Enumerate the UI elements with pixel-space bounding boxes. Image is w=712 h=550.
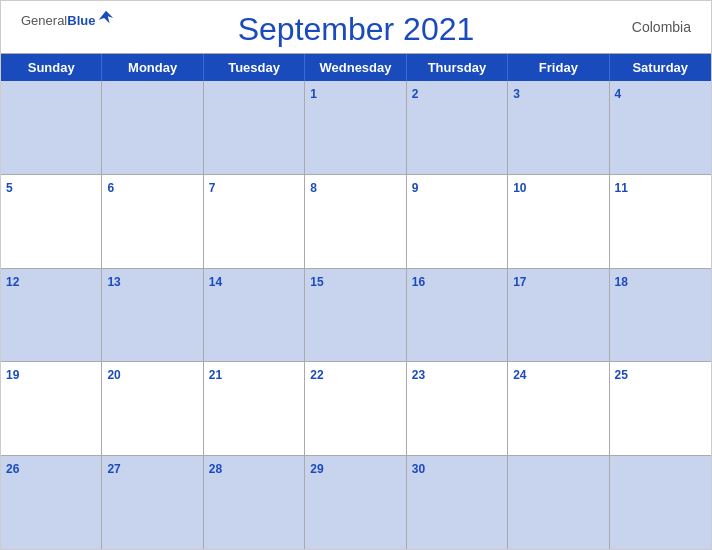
day-number: 30 [412,462,425,476]
day-cell: 29 [305,456,406,549]
week-row-4: 19202122232425 [1,361,711,455]
day-header-wednesday: Wednesday [305,54,406,81]
day-header-saturday: Saturday [610,54,711,81]
day-cell: 18 [610,269,711,362]
day-number: 15 [310,275,323,289]
day-number: 5 [6,181,13,195]
day-header-sunday: Sunday [1,54,102,81]
logo-general-text: General [21,13,67,28]
day-number: 1 [310,87,317,101]
day-cell: 9 [407,175,508,268]
day-number: 24 [513,368,526,382]
day-header-friday: Friday [508,54,609,81]
day-header-thursday: Thursday [407,54,508,81]
day-cell: 20 [102,362,203,455]
day-cell: 10 [508,175,609,268]
day-headers-row: SundayMondayTuesdayWednesdayThursdayFrid… [1,54,711,81]
day-cell: 5 [1,175,102,268]
day-cell: 8 [305,175,406,268]
day-cell: 1 [305,81,406,174]
calendar-header: General Blue September 2021 Colombia [1,1,711,53]
day-number: 18 [615,275,628,289]
day-number: 2 [412,87,419,101]
day-number: 6 [107,181,114,195]
day-header-tuesday: Tuesday [204,54,305,81]
week-row-5: 2627282930 [1,455,711,549]
day-number: 28 [209,462,222,476]
day-cell: 17 [508,269,609,362]
day-cell [610,456,711,549]
day-cell: 12 [1,269,102,362]
day-number: 19 [6,368,19,382]
day-cell: 16 [407,269,508,362]
day-number: 16 [412,275,425,289]
logo: General Blue [21,9,115,31]
day-header-monday: Monday [102,54,203,81]
logo-blue-text: Blue [67,13,95,28]
week-row-3: 12131415161718 [1,268,711,362]
day-number: 11 [615,181,628,195]
day-number: 20 [107,368,120,382]
day-cell: 11 [610,175,711,268]
day-cell: 24 [508,362,609,455]
day-cell: 4 [610,81,711,174]
logo-bird-icon [97,9,115,31]
day-number: 23 [412,368,425,382]
week-row-1: 1234 [1,81,711,174]
day-number: 13 [107,275,120,289]
day-number: 22 [310,368,323,382]
day-number: 9 [412,181,419,195]
country-label: Colombia [632,19,691,35]
day-number: 14 [209,275,222,289]
day-number: 8 [310,181,317,195]
day-cell: 26 [1,456,102,549]
day-cell [508,456,609,549]
calendar-grid: SundayMondayTuesdayWednesdayThursdayFrid… [1,53,711,549]
day-cell: 23 [407,362,508,455]
svg-marker-0 [99,11,113,24]
day-number: 17 [513,275,526,289]
day-number: 4 [615,87,622,101]
day-number: 7 [209,181,216,195]
day-cell: 30 [407,456,508,549]
day-cell: 19 [1,362,102,455]
day-cell: 22 [305,362,406,455]
month-title: September 2021 [238,11,475,48]
day-number: 21 [209,368,222,382]
day-cell: 28 [204,456,305,549]
day-number: 10 [513,181,526,195]
day-cell: 21 [204,362,305,455]
day-cell: 3 [508,81,609,174]
day-cell [204,81,305,174]
weeks-container: 1234567891011121314151617181920212223242… [1,81,711,549]
day-number: 25 [615,368,628,382]
day-cell: 2 [407,81,508,174]
day-cell: 27 [102,456,203,549]
day-cell: 6 [102,175,203,268]
calendar: General Blue September 2021 Colombia Sun… [0,0,712,550]
day-cell [1,81,102,174]
day-cell: 15 [305,269,406,362]
day-number: 26 [6,462,19,476]
day-cell [102,81,203,174]
day-number: 29 [310,462,323,476]
day-cell: 25 [610,362,711,455]
day-number: 3 [513,87,520,101]
day-cell: 14 [204,269,305,362]
day-cell: 7 [204,175,305,268]
week-row-2: 567891011 [1,174,711,268]
day-number: 12 [6,275,19,289]
day-cell: 13 [102,269,203,362]
day-number: 27 [107,462,120,476]
